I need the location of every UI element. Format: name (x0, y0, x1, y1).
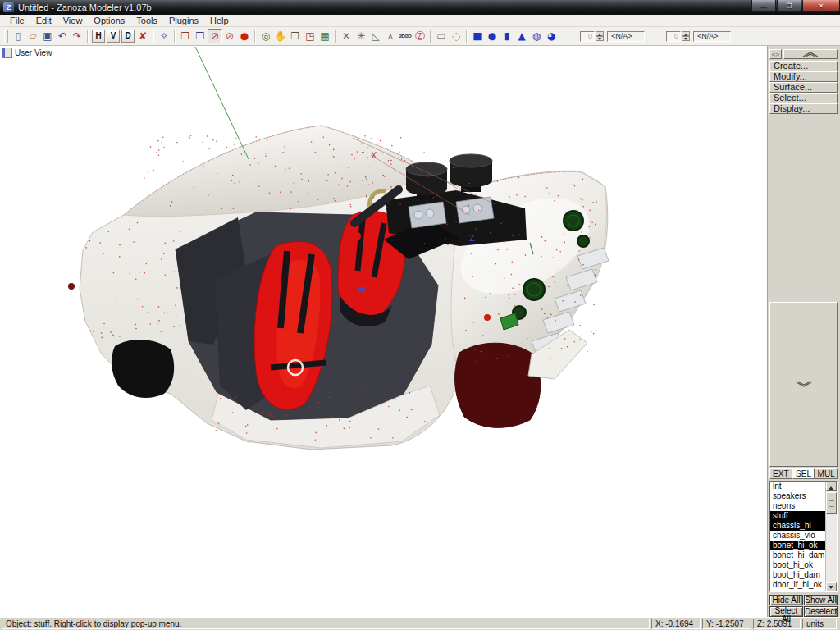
open-folder-icon[interactable]: ▱ (25, 29, 40, 43)
render-sphere-icon[interactable]: ● (237, 29, 252, 43)
new-file-icon[interactable]: ▯ (11, 29, 25, 43)
circle-select-icon[interactable]: ◌ (449, 29, 463, 43)
menu-plugins[interactable]: Plugins (163, 15, 204, 26)
viewport-header: User View (2, 48, 52, 58)
object-list-item[interactable]: door_lf_hi_ok (770, 580, 825, 590)
background-image-icon[interactable]: ▦ (317, 29, 332, 43)
object-list-item[interactable]: boot_hi_dam (770, 570, 825, 580)
title-bar[interactable]: Z Untitled - Zanoza Modeler v1.07b — ❐ ✕ (0, 0, 840, 15)
collapse-up-icon[interactable] (783, 49, 838, 59)
toolbar-group-primitives: ■●▮▲◍◕ (470, 29, 559, 43)
mode-2d3d-icon[interactable]: 2D/3D (398, 29, 413, 43)
no-z-icon[interactable]: Ⓩ (413, 29, 427, 43)
panel-toggle-button[interactable]: <> (769, 49, 782, 59)
spinner-value-input[interactable] (580, 31, 595, 42)
menu-view[interactable]: View (57, 15, 89, 26)
viewport-3d[interactable]: User View (0, 46, 768, 617)
object-list-item[interactable]: chassis_hi (770, 521, 825, 531)
object-list-item[interactable]: bonet_hi_dam (770, 550, 825, 560)
minimize-button[interactable]: — (751, 0, 776, 12)
window-title: Untitled - Zanoza Modeler v1.07b (18, 2, 152, 12)
menu-file[interactable]: File (4, 15, 30, 26)
object-list-item[interactable]: neons (770, 501, 825, 511)
material-na-field[interactable]: <N/A> (607, 31, 645, 42)
toolbar-grip[interactable] (4, 30, 8, 43)
tab-ext[interactable]: EXT (769, 468, 792, 479)
scroll-up-icon[interactable] (826, 482, 837, 491)
no-render-box-icon[interactable]: ⊘ (222, 29, 237, 43)
primitive-sphere-icon[interactable]: ● (485, 29, 500, 43)
object-list-item[interactable]: bonet_hi_ok (770, 541, 825, 550)
collapse-down-icon[interactable] (769, 302, 838, 467)
toolbar-group-navigation: ◎✋❒◳▦ (258, 29, 332, 43)
surface-button[interactable]: Surface... (769, 82, 838, 93)
spinner-down-icon[interactable] (682, 36, 690, 41)
object-list-item[interactable]: stuff (770, 511, 825, 521)
toolbar-separator (254, 30, 256, 43)
hide-all-button[interactable]: Hide All (769, 595, 803, 605)
select-button[interactable]: Select... (769, 93, 838, 103)
show-all-button[interactable]: Show All (804, 595, 838, 605)
polygon-select-icon[interactable]: ✧ (157, 29, 171, 43)
spinner-value-input[interactable] (666, 31, 681, 42)
pan-hand-icon[interactable]: ✋ (273, 29, 288, 43)
car-front-arch (455, 343, 541, 427)
toggle-h-button[interactable]: H (92, 30, 105, 43)
maximize-button[interactable]: ❐ (777, 0, 801, 12)
deselect-button[interactable]: Deselect (804, 606, 838, 617)
close-button[interactable]: ✕ (802, 0, 840, 12)
scroll-thumb[interactable] (826, 492, 837, 514)
save-icon[interactable]: ▣ (40, 29, 55, 43)
list-scrollbar[interactable] (825, 482, 837, 591)
object-list-item[interactable]: speakers (770, 491, 825, 501)
app-logo-icon: Z (3, 2, 14, 12)
toolbar-group-view: HVD✘ (91, 29, 150, 43)
zoom-icon[interactable]: ◎ (258, 29, 273, 43)
axes-gizmo-icon[interactable]: ✘ (135, 29, 150, 43)
toolbar-spinners: <N/A> <N/A> (559, 31, 731, 42)
menu-options[interactable]: Options (88, 15, 130, 26)
hide-box-icon[interactable]: ⊘ (208, 29, 222, 43)
toggle-v-button[interactable]: V (107, 30, 120, 43)
solid-box-icon[interactable]: ❒ (193, 29, 208, 43)
zmodeler-window: Z Untitled - Zanoza Modeler v1.07b — ❐ ✕… (0, 0, 840, 630)
status-z-coordinate: Z: 2.5091 (753, 619, 801, 629)
toolbar-separator (87, 30, 89, 43)
primitive-torus-icon[interactable]: ◍ (529, 29, 544, 43)
menu-edit[interactable]: Edit (30, 15, 57, 26)
primitive-cone-icon[interactable]: ▲ (514, 29, 529, 43)
object-list-item[interactable]: int (770, 482, 825, 491)
rect-select-icon[interactable]: ▭ (434, 29, 449, 43)
display-button[interactable]: Display... (769, 103, 838, 114)
modify-button[interactable]: Modify... (769, 71, 838, 82)
face-level-icon[interactable]: ◺ (368, 29, 383, 43)
tab-mul[interactable]: MUL (815, 468, 838, 479)
orbit-box-icon[interactable]: ❒ (288, 29, 303, 43)
tab-sel[interactable]: SEL (792, 468, 815, 479)
zoom-extents-icon[interactable]: ◳ (303, 29, 317, 43)
select-all-button[interactable]: Select All (769, 606, 803, 617)
primitive-box-icon[interactable]: ■ (470, 29, 485, 43)
primitive-cylinder-icon[interactable]: ▮ (500, 29, 514, 43)
object-level-icon[interactable]: ⋏ (383, 29, 398, 43)
undo-icon[interactable]: ↶ (55, 29, 70, 43)
toggle-d-button[interactable]: D (121, 30, 135, 43)
vertex-level-icon[interactable]: ✕ (339, 29, 354, 43)
spinner-down-icon[interactable] (596, 36, 604, 41)
object-list[interactable]: int speakers neons stuff chassis_hi chas… (769, 481, 838, 592)
create-button[interactable]: Create... (769, 61, 838, 71)
primitive-geosphere-icon[interactable]: ◕ (544, 29, 559, 43)
toolbar-group-polyselect: ✧ (157, 29, 171, 43)
menu-tools[interactable]: Tools (130, 15, 163, 26)
object-list-item[interactable]: chassis_vlo (770, 531, 825, 541)
edge-level-icon[interactable]: ✳ (354, 29, 368, 43)
selection-tabs: EXT SEL MUL (769, 468, 838, 479)
wireframe-box-icon[interactable]: ❒ (178, 29, 193, 43)
object-list-item[interactable]: boot_hi_ok (770, 560, 825, 570)
material-na-field[interactable]: <N/A> (693, 31, 731, 42)
viewport-menu-icon[interactable] (2, 48, 12, 58)
scroll-down-icon[interactable] (826, 582, 837, 591)
redo-icon[interactable]: ↷ (70, 29, 84, 43)
axis-z-label: Z (469, 233, 475, 243)
menu-help[interactable]: Help (204, 15, 235, 26)
